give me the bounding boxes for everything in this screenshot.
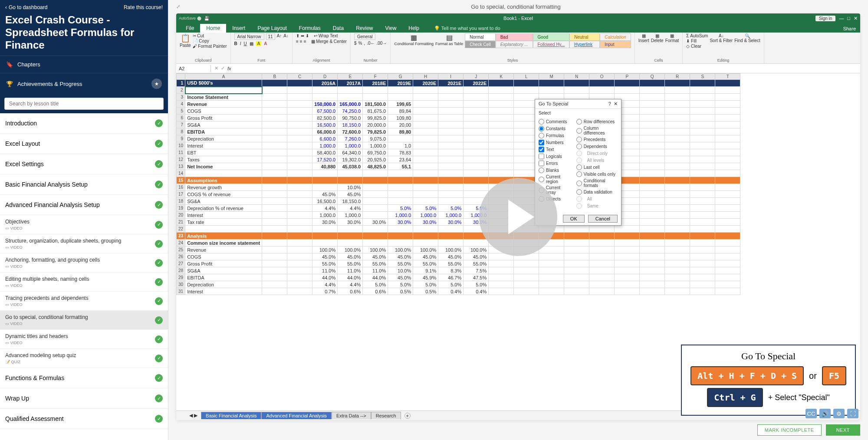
section-item[interactable]: Qualified Assessment✓	[0, 409, 168, 429]
ribbon-tab-review[interactable]: Review	[350, 24, 379, 33]
underline-button[interactable]: U	[244, 41, 247, 46]
format-table-button[interactable]: ▤Format as Table	[435, 33, 463, 46]
dialog-option[interactable]: Last cell	[576, 164, 618, 170]
paste-icon[interactable]: 📋	[180, 33, 191, 43]
clear-button[interactable]: ◇ Clear	[686, 44, 708, 49]
ribbon-tab-insert[interactable]: Insert	[226, 24, 251, 33]
expand-icon[interactable]: ⤢	[176, 4, 180, 10]
sub-lesson-item[interactable]: Editing multiple sheets, naming cells▭ V…	[0, 273, 168, 292]
dialog-cancel-button[interactable]: Cancel	[588, 215, 618, 223]
ribbon-tab-help[interactable]: Help	[402, 24, 425, 33]
enter-formula-icon[interactable]: ✓	[221, 66, 225, 71]
cc-button[interactable]: CC	[806, 409, 817, 418]
dialog-option[interactable]: Conditional formats	[576, 178, 618, 188]
ribbon-tab-data[interactable]: Data	[327, 24, 350, 33]
autosum-button[interactable]: Σ AutoSum	[686, 33, 708, 38]
dialog-option[interactable]: Comments	[539, 119, 571, 125]
mark-incomplete-button[interactable]: MARK INCOMPLETE	[757, 424, 822, 436]
dialog-option[interactable]: Errors	[539, 161, 571, 166]
sub-lesson-item[interactable]: Objectives▭ VIDEO✓	[0, 215, 168, 234]
sheet-tab[interactable]: Research	[371, 412, 401, 419]
section-item[interactable]: Excel Settings✓	[0, 154, 168, 174]
settings-button[interactable]: ⚙	[833, 409, 845, 418]
number-format[interactable]: General	[354, 33, 376, 40]
dialog-option[interactable]: Current region	[539, 174, 571, 184]
copy-button[interactable]: 📄 Copy	[193, 39, 227, 43]
dialog-ok-button[interactable]: OK	[563, 215, 585, 223]
delete-cells-button[interactable]: ▦Delete	[651, 33, 664, 43]
section-item[interactable]: Excel Layout✓	[0, 134, 168, 154]
style-calculation[interactable]: Calculation	[600, 33, 631, 41]
ribbon-tab-file[interactable]: File	[180, 24, 200, 33]
style-neutral[interactable]: Neutral	[569, 33, 600, 41]
ribbon-tab-formulas[interactable]: Formulas	[293, 24, 327, 33]
style-check[interactable]: Check Cell	[465, 41, 495, 48]
dialog-option[interactable]: Precedents	[576, 137, 618, 142]
font-size[interactable]: 11	[266, 33, 275, 40]
cancel-formula-icon[interactable]: ✕	[214, 66, 218, 71]
sub-lesson-item[interactable]: Advanced modeling setup quiz📝 QUIZ✓	[0, 349, 168, 368]
fill-color-icon[interactable]: A	[256, 41, 262, 46]
dialog-option[interactable]: Row differences	[576, 119, 618, 125]
dialog-option[interactable]: Visible cells only	[576, 171, 618, 177]
sub-lesson-item[interactable]: Dynamic titles and headers▭ VIDEO✓	[0, 330, 168, 349]
style-followed[interactable]: Followed Hy...	[533, 41, 570, 48]
font-color-icon[interactable]: A	[264, 41, 267, 46]
name-box[interactable]: A2	[176, 65, 211, 72]
sort-filter-button[interactable]: A↓Sort & Filter	[710, 33, 733, 43]
add-sheet-icon[interactable]: +	[404, 413, 411, 419]
dialog-option[interactable]: All levels	[576, 158, 618, 163]
spreadsheet-grid[interactable]: ABCDEFGHIJKLMNOPQRST1USD $000's2016A2017…	[176, 73, 740, 295]
sheet-tab[interactable]: Advanced Financial Analysis	[261, 412, 331, 419]
format-cells-button[interactable]: ▦Format	[665, 33, 679, 43]
sub-lesson-item[interactable]: Go to special, conditional formatting▭ V…	[0, 311, 168, 330]
dialog-option[interactable]: Numbers	[539, 140, 571, 145]
border-icon[interactable]: ▦	[250, 41, 253, 46]
tell-me-search[interactable]: 💡 Tell me what you want to do	[434, 26, 500, 33]
style-bad[interactable]: Bad	[496, 33, 533, 41]
cond-format-button[interactable]: ▦Conditional Formatting	[394, 33, 434, 46]
dialog-close-icon[interactable]: ✕	[614, 101, 618, 106]
align-top-icon[interactable]: ⬆	[296, 33, 299, 38]
minimize-icon[interactable]: —	[839, 16, 844, 21]
section-item[interactable]: Functions & Formulas✓	[0, 368, 168, 388]
cut-button[interactable]: ✂ Cut	[193, 33, 227, 38]
sheet-tab[interactable]: Basic Financial Analysis	[201, 412, 261, 419]
sub-lesson-item[interactable]: Tracing precedents and dependents▭ VIDEO…	[0, 292, 168, 311]
section-item[interactable]: Wrap Up✓	[0, 388, 168, 409]
dialog-option[interactable]: Data validation	[576, 189, 618, 195]
style-explanatory[interactable]: Explanatory ...	[496, 41, 533, 48]
search-input[interactable]	[4, 98, 164, 110]
play-button[interactable]	[479, 178, 557, 256]
rate-course-link[interactable]: Rate this course!	[124, 4, 163, 10]
style-hyperlink[interactable]: Hyperlink	[569, 41, 600, 48]
sub-lesson-item[interactable]: Anchoring, formatting, and grouping cell…	[0, 253, 168, 273]
fill-button[interactable]: ⬇ Fill	[686, 39, 708, 43]
dialog-option[interactable]: Constants	[539, 126, 571, 131]
wrap-text-button[interactable]: ↩ Wrap Text	[314, 33, 338, 38]
achievements-nav[interactable]: 🏆 Achievements & Progress ★	[0, 73, 168, 94]
style-normal[interactable]: Normal	[465, 33, 495, 41]
dialog-option[interactable]: All	[576, 196, 618, 202]
signin-button[interactable]: Sign in	[815, 16, 836, 21]
section-item[interactable]: Basic Financial Analysis Setup✓	[0, 174, 168, 195]
ribbon-tab-page-layout[interactable]: Page Layout	[251, 24, 293, 33]
merge-button[interactable]: ▦ Merge & Center	[311, 39, 347, 44]
fx-icon[interactable]: fx	[227, 66, 231, 71]
share-button[interactable]: Share	[839, 26, 860, 33]
back-to-dashboard-link[interactable]: ‹ Go to dashboard	[5, 4, 47, 10]
dialog-option[interactable]: Column differences	[576, 126, 618, 135]
font-inc-icon[interactable]: A↑	[277, 33, 282, 40]
dialog-option[interactable]: Dependents	[576, 144, 618, 149]
dialog-option[interactable]: Logicals	[539, 154, 571, 159]
format-painter-button[interactable]: 🖌 Format Painter	[193, 44, 227, 49]
section-item[interactable]: Advanced Financial Analysis Setup✓	[0, 195, 168, 215]
style-good[interactable]: Good	[533, 33, 570, 41]
font-name[interactable]: Arial Narrow	[234, 33, 264, 40]
next-button[interactable]: NEXT	[826, 424, 860, 436]
style-input[interactable]: Input	[600, 41, 631, 48]
chapters-nav[interactable]: 🔖 Chapters	[0, 56, 168, 73]
dialog-option[interactable]: Blanks	[539, 167, 571, 173]
dialog-help-icon[interactable]: ?	[608, 101, 611, 106]
dialog-option[interactable]: Text	[539, 147, 571, 152]
